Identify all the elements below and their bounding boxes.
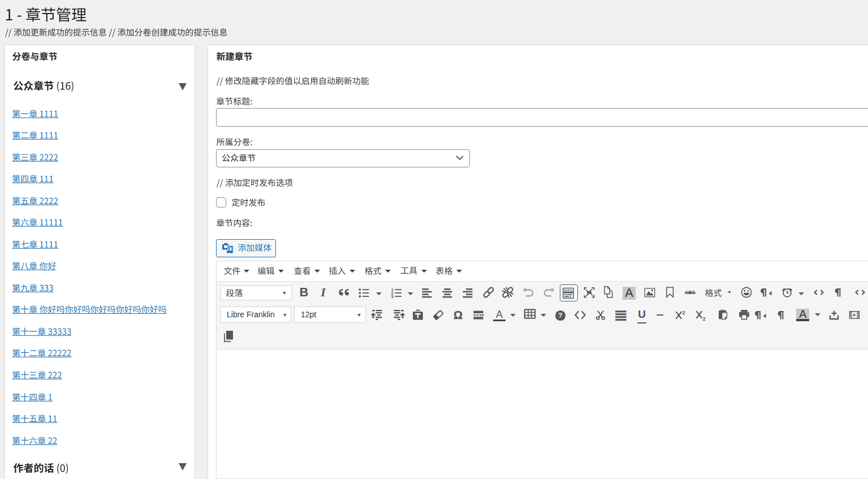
svg-text:3: 3: [391, 294, 394, 299]
svg-text:2: 2: [682, 309, 685, 316]
svg-text:2: 2: [702, 316, 705, 322]
